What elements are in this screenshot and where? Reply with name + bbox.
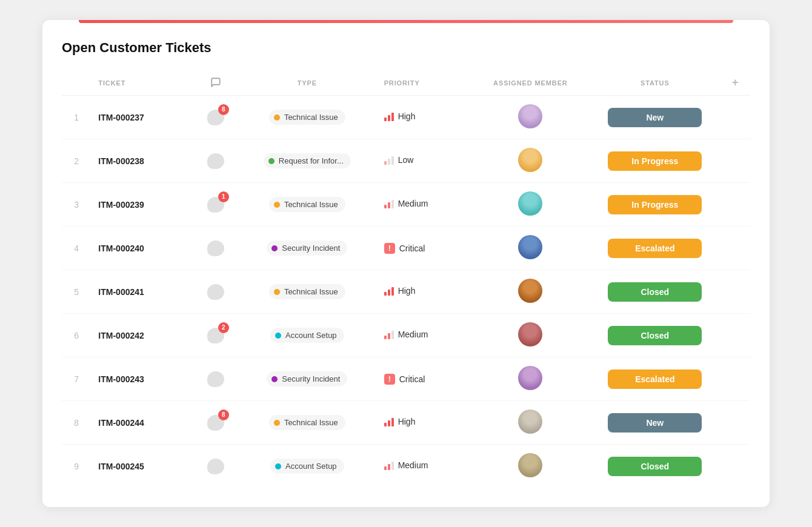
avatar [518,148,542,172]
col-comment [194,70,238,96]
comment-cell[interactable]: 8 [194,401,238,445]
row-action [721,357,750,401]
type-label: Account Setup [285,462,337,471]
critical-icon: ! [384,374,395,385]
type-pill: Account Setup [270,328,344,343]
comment-cell[interactable] [194,139,238,183]
member-cell [472,227,589,270]
priority-cell: ! Critical [377,227,472,270]
type-label: Security Incident [282,374,340,383]
row-number: 1 [62,96,91,139]
row-number: 6 [62,314,91,357]
table-row: 4 ITM-000240 Security Incident ! Critica… [62,227,750,270]
priority-cell: ! Critical [377,357,472,401]
bubble-icon [207,284,224,300]
status-cell[interactable]: New [589,96,721,139]
row-number: 4 [62,227,91,270]
priority-value: Medium [384,460,428,470]
type-cell: Technical Issue [238,96,377,139]
status-cell[interactable]: Escalated [589,227,721,270]
status-cell[interactable]: Closed [589,314,721,357]
status-button[interactable]: New [608,413,702,433]
ticket-id: ITM-000237 [91,96,193,139]
priority-cell: Medium [377,314,472,357]
status-button[interactable]: In Progress [608,151,702,171]
comment-cell[interactable]: 2 [194,314,238,357]
avatar [518,322,542,346]
comment-badge: 2 [218,322,229,333]
status-cell[interactable]: In Progress [589,183,721,227]
type-label: Technical Issue [284,113,338,122]
priority-value: High [384,111,416,121]
comment-cell[interactable] [194,270,238,314]
status-cell[interactable]: Closed [589,270,721,314]
bubble-icon [207,459,224,474]
status-button[interactable]: Closed [608,326,702,345]
ticket-id: ITM-000245 [91,445,193,488]
priority-label: High [398,111,416,121]
priority-value: Medium [384,199,428,208]
status-cell[interactable]: In Progress [589,139,721,183]
type-dot [274,202,280,208]
priority-bar-icon [384,460,394,470]
type-dot [271,376,278,382]
priority-value: Low [384,155,414,165]
comment-cell[interactable] [194,357,238,401]
priority-label: High [398,417,416,426]
priority-cell: Medium [377,445,472,488]
comment-bubble [206,239,225,258]
add-column-button[interactable]: + [732,76,739,88]
status-button[interactable]: Escalated [608,239,702,258]
status-cell[interactable]: Escalated [589,357,721,401]
priority-value: ! Critical [384,243,425,254]
priority-value: High [384,286,416,296]
priority-bar-icon [384,111,394,121]
type-dot [268,158,275,164]
comment-bubble: 8 [206,108,225,127]
type-pill: Technical Issue [269,284,345,299]
comment-bubble: 2 [206,326,225,345]
row-action [721,314,750,357]
comment-bubble: 1 [206,195,225,214]
comment-cell[interactable]: 8 [194,96,238,139]
priority-bar-icon [384,330,394,339]
row-number: 7 [62,357,91,401]
status-cell[interactable]: Closed [589,445,721,488]
comment-cell[interactable]: 1 [194,183,238,227]
critical-icon: ! [384,243,395,254]
comment-badge: 8 [218,104,229,115]
type-pill: Account Setup [270,459,344,474]
type-pill: Technical Issue [269,415,345,430]
status-button[interactable]: Closed [608,282,702,302]
comment-badge: 1 [218,191,229,202]
row-action [721,270,750,314]
row-action [721,183,750,227]
row-action [721,227,750,270]
table-row: 5 ITM-000241 Technical Issue High Closed [62,270,750,314]
priority-label: High [398,286,416,296]
priority-value: Medium [384,330,428,339]
comment-bubble [206,282,225,302]
comment-cell[interactable] [194,227,238,270]
priority-label: Medium [398,199,428,208]
main-card: Open Customer Tickets TICKET TYPE PRIORI… [42,20,770,507]
type-cell: Technical Issue [238,270,377,314]
col-member: ASSIGNED MEMBER [472,70,589,96]
status-button[interactable]: New [608,108,702,127]
priority-bar-icon [384,417,394,426]
status-cell[interactable]: New [589,401,721,445]
priority-label: Medium [398,330,428,339]
status-button[interactable]: In Progress [608,195,702,214]
priority-value: ! Critical [384,374,425,385]
priority-cell: High [377,96,472,139]
status-button[interactable]: Closed [608,457,702,476]
priority-cell: Low [377,139,472,183]
priority-bar-icon [384,199,394,208]
bubble-icon [207,153,224,169]
member-cell [472,96,589,139]
comment-cell[interactable] [194,445,238,488]
type-cell: Technical Issue [238,183,377,227]
type-cell: Request for Infor... [238,139,377,183]
type-cell: Account Setup [238,314,377,357]
status-button[interactable]: Escalated [608,370,702,389]
